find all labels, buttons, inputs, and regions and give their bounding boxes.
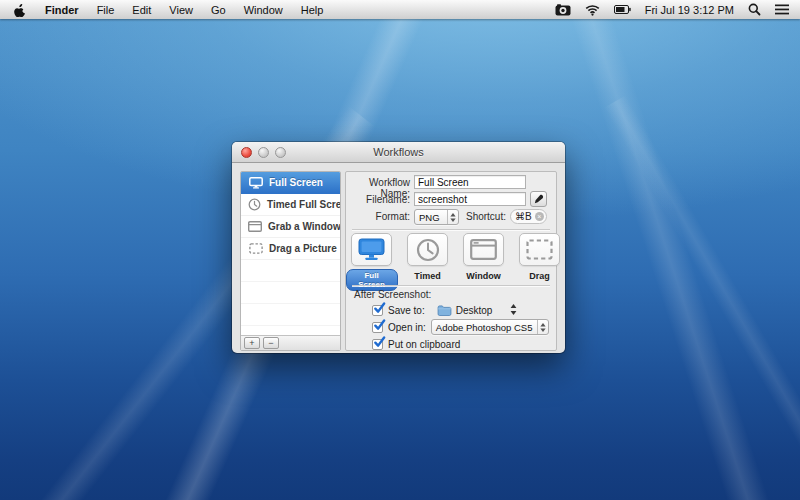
pen-icon xyxy=(533,194,544,205)
spotlight-menu[interactable] xyxy=(741,0,768,19)
sidebar-item-full-screen[interactable]: Full Screen xyxy=(241,172,340,194)
marquee-icon xyxy=(248,242,263,255)
zoom-button[interactable] xyxy=(275,147,286,158)
desktop: Finder File Edit View Go Window Help xyxy=(0,0,800,500)
clipboard-row: Put on clipboard xyxy=(372,337,460,351)
selected-mode-pill: Full Screen xyxy=(346,269,398,291)
apple-icon xyxy=(14,3,26,17)
battery-icon xyxy=(614,5,631,14)
workflow-name-input[interactable] xyxy=(414,175,526,189)
close-button[interactable] xyxy=(241,147,252,158)
mode-label-window: Window xyxy=(458,271,510,281)
menu-label: Window xyxy=(244,4,283,16)
format-label: Format: xyxy=(346,211,410,222)
wifi-menu-extra[interactable] xyxy=(578,0,607,19)
menu-item-go[interactable]: Go xyxy=(202,0,235,19)
menu-label: Help xyxy=(301,4,324,16)
sidebar-item-grab-a-window[interactable]: Grab a Window xyxy=(241,216,340,238)
sidebar-item-drag-a-picture[interactable]: Drag a Picture xyxy=(241,238,340,260)
open-in-checkbox[interactable] xyxy=(372,322,383,333)
camera-icon xyxy=(555,4,571,16)
clock-text: Fri Jul 19 3:12 PM xyxy=(645,4,734,16)
window-icon xyxy=(470,239,497,260)
camera-menu-extra[interactable] xyxy=(548,0,578,19)
add-workflow-button[interactable]: + xyxy=(244,337,260,349)
clock-icon xyxy=(248,198,261,211)
marquee-icon xyxy=(526,239,553,260)
wifi-icon xyxy=(585,4,600,16)
shortcut-label: Shortcut: xyxy=(442,211,506,222)
menu-label: File xyxy=(97,4,115,16)
open-in-value: Adobe Photoshop CS5 xyxy=(432,322,537,333)
menu-bar: Finder File Edit View Go Window Help xyxy=(0,0,800,19)
user-list-menu[interactable] xyxy=(768,0,796,19)
folder-icon xyxy=(437,305,452,316)
separator xyxy=(352,285,550,286)
menu-item-finder[interactable]: Finder xyxy=(36,0,88,19)
minimize-button[interactable] xyxy=(258,147,269,158)
mode-label-timed: Timed xyxy=(402,271,454,281)
menu-list-icon xyxy=(775,4,789,15)
filename-label: Filename: xyxy=(346,194,410,205)
menu-label: Go xyxy=(211,4,226,16)
menu-label: Edit xyxy=(132,4,151,16)
clipboard-label: Put on clipboard xyxy=(388,339,460,350)
save-to-value: Desktop xyxy=(456,305,493,316)
spotlight-icon xyxy=(748,3,761,16)
mode-button-window[interactable] xyxy=(463,233,504,266)
save-to-row: Save to: Desktop xyxy=(372,303,492,317)
sidebar-empty-row xyxy=(241,260,340,282)
clear-shortcut-icon[interactable]: × xyxy=(535,212,544,221)
open-in-label: Open in: xyxy=(388,322,426,333)
open-in-row: Open in: Adobe Photoshop CS5 xyxy=(372,320,549,334)
remove-workflow-button[interactable]: − xyxy=(263,337,279,349)
mode-button-drag[interactable] xyxy=(519,233,560,266)
sidebar-item-label: Drag a Picture xyxy=(269,243,337,254)
mode-label-full-screen: Full Screen xyxy=(346,269,398,291)
clock-icon xyxy=(416,238,440,262)
mode-button-timed[interactable] xyxy=(407,233,448,266)
mode-button-full-screen[interactable] xyxy=(351,233,392,266)
menu-label: View xyxy=(169,4,193,16)
sidebar-item-label: Full Screen xyxy=(269,177,323,188)
menu-item-view[interactable]: View xyxy=(160,0,202,19)
sidebar-item-label: Grab a Window xyxy=(268,221,341,232)
separator xyxy=(352,229,550,230)
sidebar-empty-row xyxy=(241,282,340,304)
title-bar[interactable]: Workflows xyxy=(232,142,565,163)
mode-label-drag: Drag xyxy=(514,271,566,281)
menu-item-help[interactable]: Help xyxy=(292,0,333,19)
battery-menu-extra[interactable] xyxy=(607,0,638,19)
workflows-window: Workflows Full Screen Timed Full Screen xyxy=(232,142,565,353)
menu-label: Finder xyxy=(45,4,79,16)
display-icon xyxy=(248,176,263,189)
save-to-checkbox[interactable] xyxy=(372,305,383,316)
open-in-popup[interactable]: Adobe Photoshop CS5 xyxy=(431,319,549,335)
after-screenshot-heading: After Screenshot: xyxy=(354,289,431,300)
sidebar-footer: + − xyxy=(241,335,340,350)
menu-item-file[interactable]: File xyxy=(88,0,124,19)
filename-input[interactable] xyxy=(414,192,526,206)
sidebar-item-timed-full-screen[interactable]: Timed Full Screen xyxy=(241,194,340,216)
sidebar-empty-row xyxy=(241,304,340,326)
check-icon xyxy=(373,319,386,332)
apple-menu[interactable] xyxy=(10,0,36,19)
window-icon xyxy=(248,220,262,233)
save-to-label: Save to: xyxy=(388,305,425,316)
workflow-detail-panel: Workflow Name: Filename: Format: PNG Sho… xyxy=(345,171,557,351)
check-icon xyxy=(373,336,386,349)
menu-item-window[interactable]: Window xyxy=(235,0,292,19)
menu-bar-clock[interactable]: Fri Jul 19 3:12 PM xyxy=(638,4,741,16)
sidebar-item-label: Timed Full Screen xyxy=(267,199,341,210)
save-to-popup[interactable]: Desktop xyxy=(437,305,493,316)
clipboard-checkbox[interactable] xyxy=(372,339,383,350)
popup-arrows-icon xyxy=(537,320,548,334)
shortcut-field[interactable]: ⌘B × xyxy=(510,209,547,224)
display-icon xyxy=(358,238,385,261)
check-icon xyxy=(373,302,386,315)
shortcut-value: ⌘B xyxy=(515,211,532,222)
workflow-list: Full Screen Timed Full Screen Grab a Win… xyxy=(240,171,341,351)
save-to-stepper-icon[interactable] xyxy=(509,304,518,315)
filename-token-button[interactable] xyxy=(530,191,547,207)
menu-item-edit[interactable]: Edit xyxy=(123,0,160,19)
